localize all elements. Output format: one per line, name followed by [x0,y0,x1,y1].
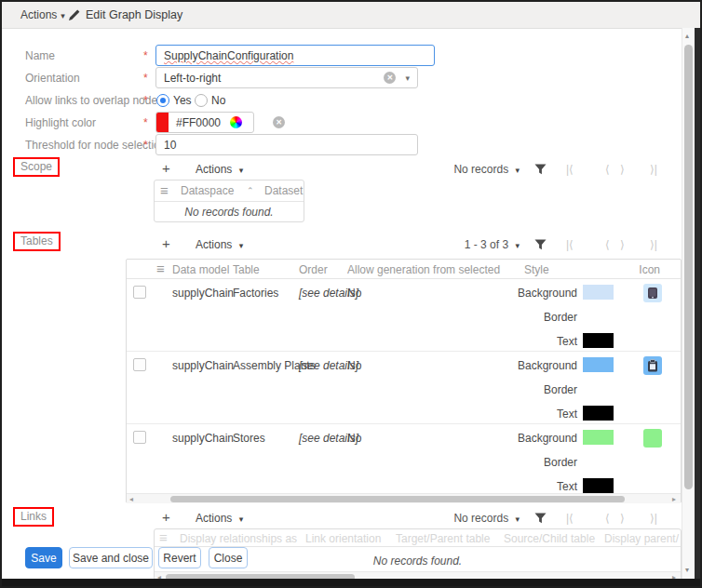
row-checkbox[interactable] [133,286,146,299]
highlight-color-picker[interactable]: #FF0000 [155,112,254,133]
prev-page-icon[interactable]: ⟨ [605,163,610,176]
revert-button[interactable]: Revert [158,547,201,568]
save-and-close-button[interactable]: Save and close [69,547,153,568]
window-edge-bottom [2,579,700,586]
scope-col-dataset[interactable]: Dataset [264,184,303,197]
background-color-swatch [583,430,614,445]
clipboard-icon [643,356,662,375]
name-label: Name [25,49,55,62]
orientation-select[interactable]: Left-to-right ✕ ▾ [155,67,418,88]
chevron-down-icon: ▾ [239,241,244,250]
tables-actions-label: Actions [196,238,232,251]
prev-page-icon[interactable]: ⟨ [605,238,610,251]
prev-page-icon[interactable]: ⟨ [605,512,610,525]
col-icon[interactable]: Icon [611,263,660,276]
tables-actions-button[interactable]: Actions ▾ [196,238,243,251]
cell-table: Factories [233,287,278,300]
links-actions-button[interactable]: Actions ▾ [196,512,243,525]
revert-button-label: Revert [163,552,196,565]
threshold-input[interactable]: 10 [155,134,418,155]
required-marker: * [143,94,148,107]
links-records-dropdown[interactable]: No records ▾ [410,512,520,525]
row-checkbox[interactable] [133,431,146,444]
scrollbar-thumb[interactable] [170,496,625,502]
tables-rows: supplyChainFactories[see details]NoBackg… [127,279,681,496]
hamburger-menu-icon[interactable]: ≡ [156,263,165,274]
cell-table: Stores [233,432,265,445]
blank-icon [643,429,662,448]
scroll-down-icon[interactable]: ▾ [685,566,689,574]
scope-table: ≡ Dataspace ⌃ Dataset No records found. [154,180,304,222]
hamburger-menu-icon[interactable]: ≡ [160,185,169,196]
clear-icon[interactable]: ✕ [384,72,396,84]
scroll-up-icon[interactable]: ▴ [685,32,689,40]
text-color-swatch [583,406,614,421]
tables-horizontal-scrollbar[interactable]: ◂ ▸ [127,493,681,503]
highlight-color-label: Highlight color [25,116,96,129]
next-page-icon[interactable]: ⟩ [620,512,625,525]
col-allow-generation[interactable]: Allow generation from selected [347,263,507,276]
first-page-icon[interactable]: |⟨ [566,163,574,176]
required-marker: * [143,139,148,152]
chevron-down-icon: ▾ [515,241,520,250]
col-style[interactable]: Style [524,263,549,276]
style-label-text: Text [466,480,577,493]
links-records-label: No records [453,512,508,525]
first-page-icon[interactable]: |⟨ [566,512,574,525]
links-col-display-relationships: Display relationships as [180,532,297,545]
tables-annotation-box: Tables [13,232,61,251]
scroll-left-icon[interactable]: ◂ [129,495,133,503]
clear-icon[interactable]: ✕ [273,116,285,128]
scope-add-button[interactable]: + [162,162,170,175]
tables-add-button[interactable]: + [162,237,170,250]
name-input[interactable]: SupplyChainConfiguration [155,45,435,66]
text-color-swatch [583,478,614,493]
filter-icon[interactable] [534,513,547,527]
style-label-border: Border [466,456,577,469]
scroll-right-icon[interactable]: ▸ [672,495,676,503]
filter-icon[interactable] [534,164,547,178]
style-label-background: Background [466,287,577,300]
next-page-icon[interactable]: ⟩ [620,163,625,176]
scope-annotation-box: Scope [13,157,60,177]
scrollbar-thumb[interactable] [684,45,693,489]
save-button[interactable]: Save [25,547,62,568]
links-empty-text: No records found. [373,555,462,568]
last-page-icon[interactable]: ⟩| [650,512,657,525]
cell-allow-generation: No [347,287,361,300]
close-button[interactable]: Close [209,547,248,568]
last-page-icon[interactable]: ⟩| [650,238,657,251]
links-col-display-parent: Display parent/ [604,532,679,545]
scope-table-header: ≡ Dataspace ⌃ Dataset [155,180,304,202]
first-page-icon[interactable]: |⟨ [566,238,574,251]
cell-allow-generation: No [347,359,361,372]
background-color-swatch [583,357,614,372]
close-button-label: Close [214,552,243,565]
scope-col-dataspace[interactable]: Dataspace [181,184,234,197]
col-table[interactable]: Table [233,263,260,276]
links-add-button[interactable]: + [162,511,170,524]
filter-icon[interactable] [534,239,547,253]
links-col-target-parent: Target/Parent table [396,532,490,545]
chevron-down-icon[interactable]: ▾ [405,74,410,83]
overlap-yes-label: Yes [173,94,192,107]
scope-actions-button[interactable]: Actions ▾ [196,163,243,176]
chevron-down-icon: ▾ [239,166,244,175]
next-page-icon[interactable]: ⟩ [620,238,625,251]
overlap-yes-radio[interactable] [156,94,169,107]
overlap-no-label: No [211,94,225,107]
tables-records-dropdown[interactable]: 1 - 3 of 3 ▾ [410,238,520,251]
scope-records-dropdown[interactable]: No records ▾ [410,163,520,176]
vertical-scrollbar[interactable]: ▴ ▾ [682,28,695,579]
overlap-no-radio[interactable] [195,94,208,107]
edit-graph-display-window: Actions▾ Edit Graph Display Name * Suppl… [0,0,702,588]
page-title: Edit Graph Display [86,8,182,21]
last-page-icon[interactable]: ⟩| [650,163,657,176]
row-checkbox[interactable] [133,358,146,371]
actions-menu[interactable]: Actions▾ [20,8,65,21]
color-wheel-icon[interactable] [230,116,242,128]
col-data-model[interactable]: Data model [172,263,229,276]
col-order[interactable]: Order [299,263,328,276]
chevron-down-icon: ▾ [239,514,244,524]
top-menubar: Actions▾ Edit Graph Display [2,2,700,29]
